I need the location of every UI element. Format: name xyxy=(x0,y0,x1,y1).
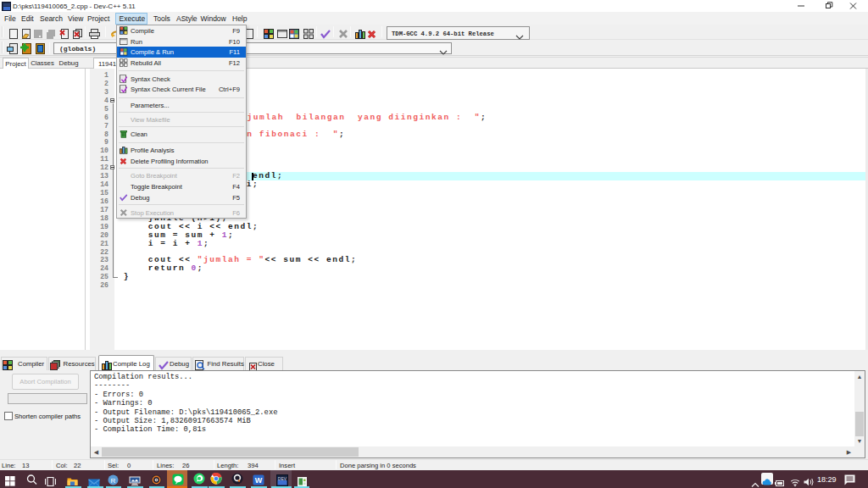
svg-text:W: W xyxy=(255,476,263,485)
svg-text:R: R xyxy=(111,477,116,485)
svg-text:DEV: DEV xyxy=(277,475,287,480)
